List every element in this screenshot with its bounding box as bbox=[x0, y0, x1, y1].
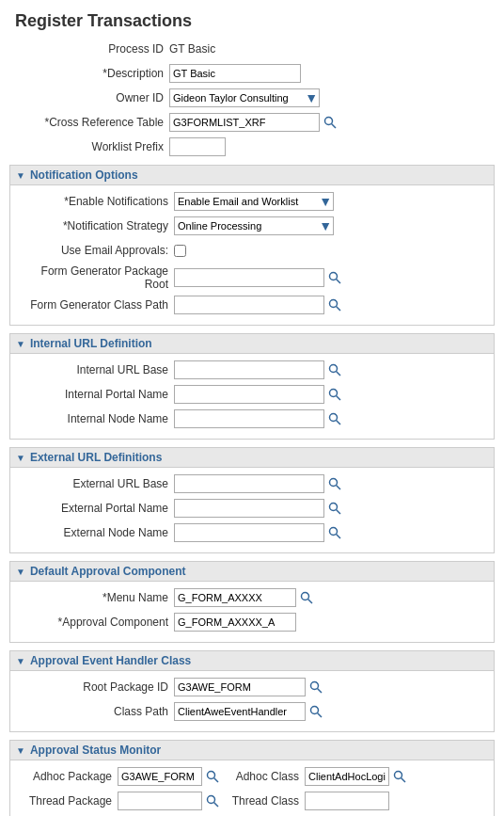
cross-ref-input[interactable] bbox=[169, 113, 320, 132]
svg-line-7 bbox=[337, 372, 341, 376]
svg-point-2 bbox=[330, 273, 338, 280]
external-url-triangle-icon: ▼ bbox=[16, 453, 25, 463]
adhoc-pkg-input[interactable] bbox=[118, 767, 202, 786]
internal-url-base-search-icon[interactable] bbox=[326, 361, 343, 378]
svg-point-14 bbox=[330, 504, 338, 511]
svg-line-11 bbox=[337, 421, 341, 425]
internal-url-section-body: Internal URL Base Internal Portal Name I… bbox=[9, 353, 495, 440]
notification-section-body: *Enable Notifications Enable Email and W… bbox=[9, 184, 495, 326]
adhoc-class-search-icon[interactable] bbox=[391, 768, 408, 785]
external-node-input[interactable] bbox=[174, 523, 324, 542]
external-url-section-title: External URL Definitions bbox=[30, 451, 162, 464]
adhoc-class-input[interactable] bbox=[305, 767, 389, 786]
owner-id-select[interactable]: Gideon Taylor Consulting bbox=[169, 88, 320, 107]
root-pkg-search-icon[interactable] bbox=[307, 679, 324, 696]
thread-pkg-label: Thread Package bbox=[14, 794, 118, 808]
form-gen-class-input[interactable] bbox=[174, 296, 324, 314]
enable-notif-select[interactable]: Enable Email and Worklist bbox=[174, 192, 334, 211]
default-approval-section-body: *Menu Name *Approval Component bbox=[9, 581, 495, 643]
approval-event-triangle-icon: ▼ bbox=[16, 656, 25, 666]
svg-point-22 bbox=[311, 707, 319, 714]
svg-line-3 bbox=[337, 280, 341, 284]
external-url-base-label: External URL Base bbox=[14, 477, 174, 490]
svg-point-4 bbox=[330, 300, 338, 308]
email-approvals-label: Use Email Approvals: bbox=[14, 244, 174, 257]
worklist-prefix-input[interactable] bbox=[169, 137, 226, 156]
internal-url-section-title: Internal URL Definition bbox=[30, 337, 152, 350]
external-url-base-input[interactable] bbox=[174, 474, 324, 493]
svg-line-13 bbox=[337, 486, 341, 490]
internal-node-search-icon[interactable] bbox=[326, 410, 343, 427]
worklist-prefix-label: Worklist Prefix bbox=[9, 140, 169, 153]
internal-url-base-label: Internal URL Base bbox=[14, 363, 174, 376]
form-gen-pkg-input[interactable] bbox=[174, 268, 324, 287]
svg-point-8 bbox=[330, 390, 338, 397]
svg-line-15 bbox=[337, 510, 341, 515]
form-gen-pkg-label: Form Generator Package Root bbox=[14, 264, 174, 291]
menu-name-search-icon[interactable] bbox=[298, 589, 315, 606]
notif-strategy-select[interactable]: Online Processing bbox=[174, 216, 334, 235]
adhoc-pkg-search-icon[interactable] bbox=[204, 768, 221, 785]
thread-class-input[interactable] bbox=[305, 792, 389, 810]
enable-notif-label: *Enable Notifications bbox=[14, 195, 174, 208]
internal-url-section-header[interactable]: ▼ Internal URL Definition bbox=[9, 333, 495, 353]
svg-point-6 bbox=[330, 365, 338, 373]
svg-point-24 bbox=[208, 772, 215, 779]
adhoc-pkg-label: Adhoc Package bbox=[14, 770, 118, 783]
class-path-input[interactable] bbox=[174, 702, 306, 721]
cross-ref-label: *Cross Reference Table bbox=[9, 116, 169, 129]
menu-name-input[interactable] bbox=[174, 588, 296, 607]
root-pkg-input[interactable] bbox=[174, 678, 306, 696]
svg-line-21 bbox=[318, 689, 323, 694]
external-node-label: External Node Name bbox=[14, 526, 174, 539]
cross-ref-search-icon[interactable] bbox=[322, 114, 339, 131]
external-url-base-search-icon[interactable] bbox=[326, 475, 343, 492]
svg-line-9 bbox=[337, 396, 341, 401]
internal-url-triangle-icon: ▼ bbox=[16, 339, 25, 349]
thread-pkg-input[interactable] bbox=[118, 792, 202, 810]
external-url-section-body: External URL Base External Portal Name E… bbox=[9, 467, 495, 553]
external-portal-input[interactable] bbox=[174, 499, 324, 518]
approval-event-section-header[interactable]: ▼ Approval Event Handler Class bbox=[9, 650, 495, 670]
internal-portal-input[interactable] bbox=[174, 385, 324, 404]
svg-point-28 bbox=[208, 796, 215, 804]
thread-class-label: Thread Class bbox=[225, 794, 305, 808]
menu-name-label: *Menu Name bbox=[14, 591, 174, 604]
external-portal-label: External Portal Name bbox=[14, 502, 174, 515]
default-approval-section-header[interactable]: ▼ Default Approval Component bbox=[9, 561, 495, 581]
notification-section-title: Notification Options bbox=[30, 168, 138, 182]
approval-status-section-header[interactable]: ▼ Approval Status Monitor bbox=[9, 740, 495, 760]
approval-status-triangle-icon: ▼ bbox=[16, 745, 25, 756]
approval-component-input[interactable] bbox=[174, 613, 296, 632]
internal-portal-search-icon[interactable] bbox=[326, 386, 343, 403]
svg-line-29 bbox=[214, 803, 219, 808]
svg-line-19 bbox=[308, 600, 313, 604]
external-node-search-icon[interactable] bbox=[326, 524, 343, 541]
svg-line-27 bbox=[402, 778, 406, 783]
svg-line-25 bbox=[214, 778, 219, 783]
description-input[interactable] bbox=[169, 64, 301, 83]
svg-point-26 bbox=[395, 772, 402, 779]
root-pkg-label: Root Package ID bbox=[14, 680, 174, 694]
external-url-section-header[interactable]: ▼ External URL Definitions bbox=[9, 447, 495, 467]
process-id-value: GT Basic bbox=[169, 42, 215, 56]
notification-triangle-icon: ▼ bbox=[16, 170, 25, 181]
internal-url-base-input[interactable] bbox=[174, 360, 324, 379]
page-title: Register Transactions bbox=[0, 0, 504, 39]
internal-node-input[interactable] bbox=[174, 409, 324, 428]
default-approval-section-title: Default Approval Component bbox=[30, 565, 186, 578]
email-approvals-checkbox[interactable] bbox=[174, 245, 186, 257]
approval-event-section-title: Approval Event Handler Class bbox=[30, 654, 191, 667]
external-portal-search-icon[interactable] bbox=[326, 500, 343, 517]
svg-line-17 bbox=[337, 535, 341, 539]
form-gen-pkg-search-icon[interactable] bbox=[326, 269, 343, 286]
default-approval-triangle-icon: ▼ bbox=[16, 567, 25, 577]
approval-component-label: *Approval Component bbox=[14, 616, 174, 629]
thread-pkg-search-icon[interactable] bbox=[204, 792, 221, 809]
approval-status-section-title: Approval Status Monitor bbox=[30, 744, 161, 757]
adhoc-class-label: Adhoc Class bbox=[225, 770, 305, 783]
form-gen-class-search-icon[interactable] bbox=[326, 296, 343, 313]
class-path-search-icon[interactable] bbox=[307, 703, 324, 720]
owner-id-label: Owner ID bbox=[9, 91, 169, 104]
notification-section-header[interactable]: ▼ Notification Options bbox=[9, 165, 495, 184]
